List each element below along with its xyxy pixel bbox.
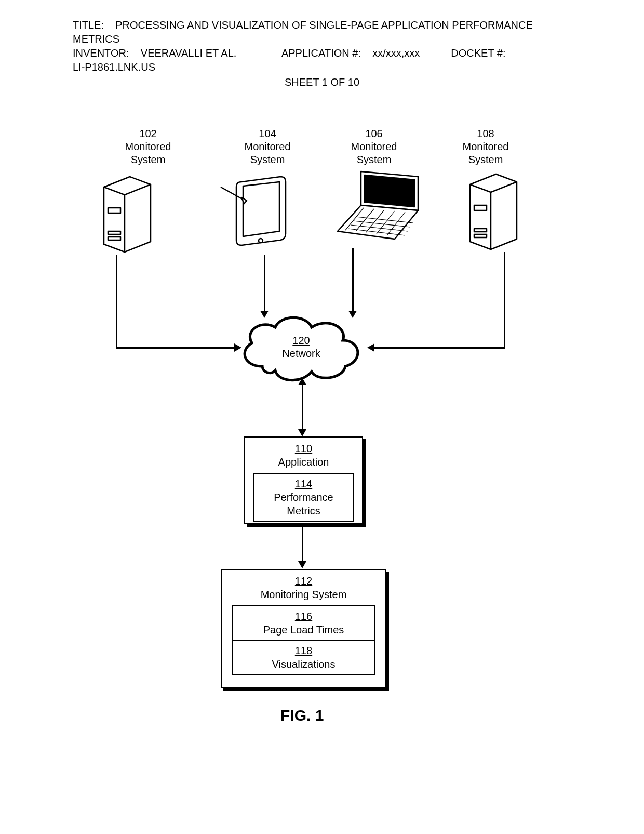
svg-rect-4 bbox=[108, 208, 120, 213]
inner-cell-116: 116 Page Load Times bbox=[233, 606, 374, 640]
inner-stack: 116 Page Load Times 118 Visualizations bbox=[232, 605, 375, 675]
svg-rect-5 bbox=[108, 231, 120, 234]
box-title-112: 112 Monitoring System bbox=[222, 574, 385, 601]
svg-rect-6 bbox=[108, 237, 120, 240]
node-label-104: 104 Monitored System bbox=[231, 127, 304, 166]
svg-point-7 bbox=[259, 239, 263, 243]
node-label-108: 108 Monitored System bbox=[449, 127, 522, 166]
connector-line bbox=[504, 252, 505, 348]
figure-1-diagram: 102 Monitored System 104 Monitored Syste… bbox=[0, 0, 644, 834]
monitoring-system-box: 112 Monitoring System 116 Page Load Time… bbox=[221, 569, 386, 688]
connector-line bbox=[264, 255, 265, 312]
figure-caption: FIG. 1 bbox=[280, 707, 324, 724]
inner-cell-118: 118 Visualizations bbox=[233, 640, 374, 674]
connector-line bbox=[374, 347, 505, 349]
node-label-102: 102 Monitored System bbox=[112, 127, 184, 166]
laptop-icon bbox=[332, 169, 426, 247]
connector-line bbox=[302, 385, 303, 430]
connector-line bbox=[116, 255, 117, 348]
arrowhead-icon bbox=[298, 561, 306, 568]
connector-line bbox=[302, 526, 303, 562]
arrowhead-icon bbox=[367, 343, 374, 352]
tablet-icon bbox=[218, 171, 296, 255]
connector-line bbox=[116, 347, 235, 349]
application-box: 110 Application 114 Performance Metrics bbox=[244, 436, 363, 524]
connector-line bbox=[352, 248, 354, 312]
arrowhead-icon bbox=[260, 311, 269, 318]
box-title-110: 110 Application bbox=[245, 442, 362, 469]
node-label-106: 106 Monitored System bbox=[338, 127, 410, 166]
server-tower-icon bbox=[99, 171, 156, 255]
svg-rect-25 bbox=[474, 234, 487, 237]
svg-rect-23 bbox=[474, 205, 487, 210]
svg-rect-24 bbox=[474, 229, 487, 232]
server-tower-icon-2 bbox=[465, 169, 522, 252]
network-cloud: 120 Network bbox=[234, 309, 369, 387]
arrowhead-icon bbox=[298, 378, 306, 385]
cloud-label: 120 Network bbox=[234, 334, 369, 360]
inner-box-114: 114 Performance Metrics bbox=[253, 473, 354, 522]
arrowhead-icon bbox=[348, 311, 357, 318]
arrowhead-icon bbox=[298, 429, 306, 436]
arrowhead-icon bbox=[234, 343, 242, 352]
